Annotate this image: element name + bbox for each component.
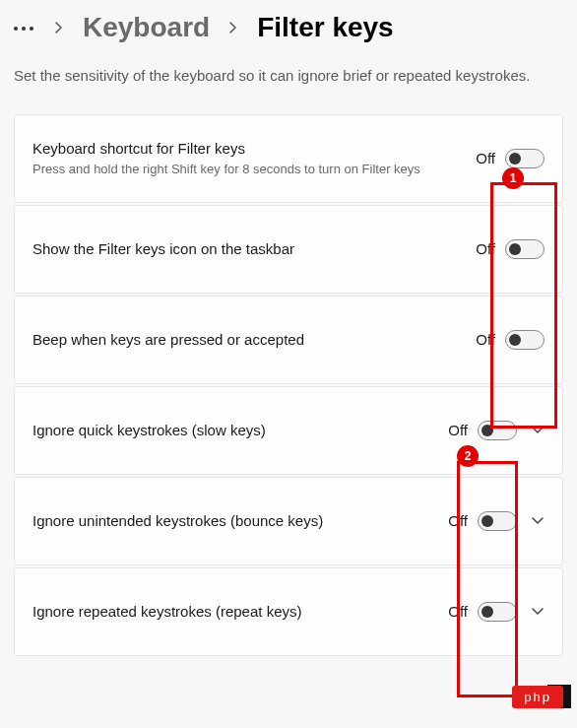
- toggle-state-label: Off: [476, 331, 495, 348]
- breadcrumb-link-keyboard[interactable]: Keyboard: [83, 12, 210, 43]
- setting-row-repeat-keys: Ignore repeated keystrokes (repeat keys)…: [14, 567, 563, 656]
- expand-slow-keys[interactable]: [531, 424, 545, 437]
- settings-list: Keyboard shortcut for Filter keys Press …: [14, 114, 563, 656]
- setting-row-bounce-keys: Ignore unintended keystrokes (bounce key…: [14, 477, 563, 565]
- chevron-right-icon: [227, 22, 239, 33]
- chevron-right-icon: [53, 22, 65, 33]
- toggle-state-label: Off: [448, 422, 468, 438]
- breadcrumb-more-icon[interactable]: [14, 27, 33, 31]
- footer-logo: php: [512, 686, 563, 708]
- setting-title: Beep when keys are pressed or accepted: [32, 329, 464, 350]
- breadcrumb: Keyboard Filter keys: [14, 12, 563, 43]
- setting-title: Ignore unintended keystrokes (bounce key…: [32, 510, 436, 531]
- expand-bounce-keys[interactable]: [531, 514, 545, 528]
- toggle-state-label: Off: [448, 603, 468, 620]
- toggle-slow-keys[interactable]: [478, 421, 517, 440]
- setting-title: Show the Filter keys icon on the taskbar: [32, 238, 464, 259]
- toggle-state-label: Off: [448, 512, 468, 529]
- setting-row-slow-keys: Ignore quick keystrokes (slow keys) Off: [14, 386, 563, 475]
- setting-title: Ignore quick keystrokes (slow keys): [32, 420, 436, 440]
- expand-repeat-keys[interactable]: [531, 605, 545, 619]
- toggle-state-label: Off: [476, 150, 495, 166]
- setting-subtitle: Press and hold the right Shift key for 8…: [32, 161, 464, 178]
- page-description: Set the sensitivity of the keyboard so i…: [14, 65, 563, 87]
- toggle-taskbar-icon[interactable]: [505, 239, 545, 259]
- toggle-repeat-keys[interactable]: [478, 602, 517, 622]
- toggle-shortcut[interactable]: [505, 149, 545, 168]
- setting-row-shortcut: Keyboard shortcut for Filter keys Press …: [14, 114, 563, 203]
- toggle-state-label: Off: [476, 240, 495, 257]
- toggle-bounce-keys[interactable]: [478, 511, 517, 531]
- setting-row-beep: Beep when keys are pressed or accepted O…: [14, 296, 563, 384]
- setting-title: Keyboard shortcut for Filter keys: [32, 138, 464, 159]
- setting-row-taskbar-icon: Show the Filter keys icon on the taskbar…: [14, 205, 563, 294]
- toggle-beep[interactable]: [505, 330, 545, 350]
- breadcrumb-current: Filter keys: [257, 12, 394, 43]
- setting-title: Ignore repeated keystrokes (repeat keys): [32, 601, 436, 622]
